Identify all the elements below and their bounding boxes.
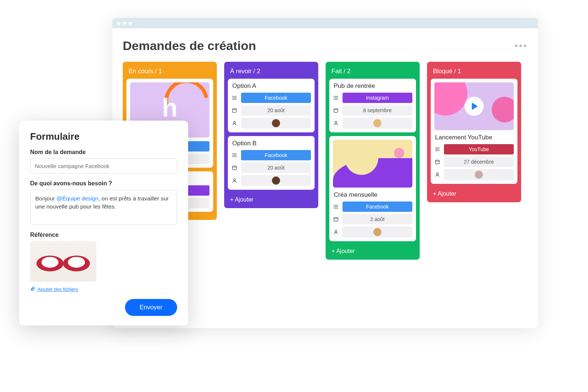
- field-label-name: Nom de la demande: [30, 149, 177, 156]
- platform-chip: Instagram: [343, 93, 412, 103]
- avatar: [373, 228, 381, 236]
- window-dot: [117, 22, 120, 25]
- calendar-icon: [232, 107, 237, 113]
- field-label-need: De quoi avons-nous besoin ?: [30, 180, 177, 187]
- column-title: À revoir / 2: [228, 65, 315, 79]
- request-form-panel: Formulaire Nom de la demande De quoi avo…: [19, 121, 188, 325]
- form-heading: Formulaire: [30, 131, 177, 142]
- avatar: [475, 171, 483, 179]
- assignee-chip: [241, 175, 311, 186]
- list-icon: [434, 146, 440, 152]
- card-title: Option B: [232, 140, 311, 147]
- svg-point-21: [234, 179, 236, 181]
- card-title: Option A: [232, 82, 311, 90]
- date-chip: 27 décembre: [444, 157, 514, 167]
- window-dot: [129, 22, 132, 25]
- person-icon: [232, 120, 237, 126]
- column-a-revoir: À revoir / 2 Option A Facebook 20 août: [224, 62, 318, 208]
- svg-rect-37: [435, 160, 440, 164]
- field-label-reference: Référence: [30, 232, 177, 238]
- kanban-card[interactable]: Option B Facebook 20 août: [228, 136, 315, 190]
- add-card-button[interactable]: + Ajouter: [431, 188, 517, 198]
- avatar: [272, 119, 280, 127]
- svg-rect-13: [233, 109, 237, 113]
- person-icon: [434, 172, 440, 178]
- assignee-chip: [241, 118, 311, 129]
- kanban-card[interactable]: Créa mensuelle Facebook 2 août: [329, 136, 416, 241]
- add-card-button[interactable]: + Ajouter: [228, 193, 315, 204]
- svg-point-27: [335, 121, 337, 123]
- svg-rect-31: [334, 218, 338, 221]
- column-fait: Fait / 2 Pub de rentrée Instagram 8 sept…: [326, 62, 420, 260]
- person-icon: [333, 120, 339, 126]
- avatar: [272, 177, 280, 185]
- window-titlebar: [112, 18, 538, 28]
- assignee-chip: [343, 227, 412, 238]
- platform-chip: YouTube: [444, 144, 514, 154]
- board-header: Demandes de création: [123, 39, 528, 53]
- platform-chip: Facebook: [241, 150, 311, 160]
- calendar-icon: [333, 216, 339, 222]
- card-title: Lancement YouTube: [434, 134, 514, 141]
- add-card-button[interactable]: + Ajouter: [329, 245, 416, 255]
- platform-chip: Facebook: [241, 93, 311, 103]
- date-chip: 20 août: [241, 163, 311, 173]
- calendar-icon: [333, 107, 339, 113]
- list-icon: [333, 204, 339, 210]
- window-dot: [123, 22, 126, 25]
- mention-chip[interactable]: @Équipe design: [57, 195, 98, 202]
- platform-chip: Facebook: [343, 202, 412, 212]
- column-bloque: Bloqué / 1 Lancement YouTube YouTube 27 …: [427, 62, 521, 202]
- calendar-icon: [434, 159, 440, 165]
- attach-files-link[interactable]: Ajouter des fichiers: [37, 286, 78, 292]
- submit-button[interactable]: Envoyer: [125, 299, 177, 316]
- avatar: [373, 119, 381, 127]
- list-icon: [232, 95, 237, 101]
- calendar-icon: [232, 165, 237, 171]
- kanban-card[interactable]: Option A Facebook 20 août: [228, 79, 315, 132]
- card-title: Pub de rentrée: [333, 82, 412, 90]
- paperclip-icon: [30, 286, 35, 292]
- date-chip: 20 août: [241, 105, 311, 115]
- request-name-input[interactable]: [30, 158, 177, 174]
- svg-point-39: [437, 173, 438, 175]
- card-thumbnail: [434, 82, 514, 130]
- kanban-card[interactable]: Pub de rentrée Instagram 8 septembre: [329, 79, 416, 132]
- request-need-textarea[interactable]: Bonjour @Équipe design, on est prêts à t…: [30, 190, 177, 225]
- svg-rect-25: [334, 109, 338, 113]
- need-text: Bonjour: [35, 195, 57, 202]
- date-chip: 8 septembre: [343, 105, 412, 115]
- person-icon: [232, 178, 237, 183]
- card-title: Créa mensuelle: [333, 191, 412, 199]
- card-thumbnail: [333, 140, 412, 188]
- kanban-card[interactable]: Lancement YouTube YouTube 27 décembre: [431, 79, 517, 184]
- date-chip: 2 août: [343, 214, 412, 224]
- assignee-chip: [444, 169, 514, 180]
- reference-thumbnail[interactable]: [30, 241, 96, 282]
- column-title: Fait / 2: [329, 65, 416, 79]
- column-title: Bloqué / 1: [431, 65, 517, 79]
- svg-point-15: [234, 121, 236, 123]
- board-title: Demandes de création: [123, 39, 256, 53]
- person-icon: [333, 229, 339, 235]
- svg-point-33: [335, 230, 337, 232]
- list-icon: [333, 95, 339, 101]
- column-title: En cours / 1: [126, 65, 213, 79]
- play-icon[interactable]: [465, 97, 484, 116]
- list-icon: [232, 152, 237, 158]
- assignee-chip: [343, 118, 412, 129]
- svg-rect-19: [233, 166, 237, 170]
- more-icon[interactable]: [513, 43, 528, 49]
